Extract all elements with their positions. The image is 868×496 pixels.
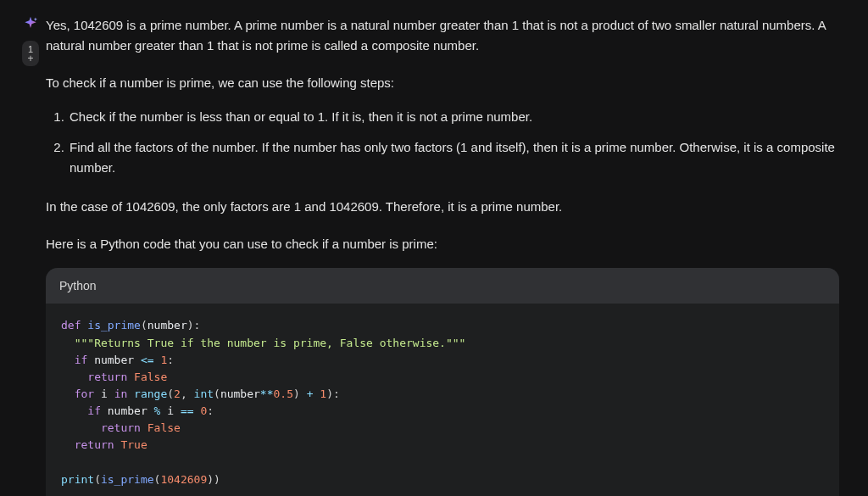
intro-paragraph: Yes, 1042609 is a prime number. A prime … xyxy=(46,15,839,56)
view-drafts-button[interactable]: 1 + xyxy=(22,41,39,66)
steps-intro: To check if a number is prime, we can us… xyxy=(46,73,839,93)
plus-icon: + xyxy=(27,53,33,64)
sparkle-icon xyxy=(22,15,39,32)
code-body: def is_prime(number): """Returns True if… xyxy=(46,304,839,496)
code-block: Python def is_prime(number): """Returns … xyxy=(46,268,839,496)
list-item: Find all the factors of the number. If t… xyxy=(68,137,839,178)
assistant-response: Yes, 1042609 is a prime number. A prime … xyxy=(46,15,848,496)
steps-list: Check if the number is less than or equa… xyxy=(46,107,839,178)
code-intro: Here is a Python code that you can use t… xyxy=(46,234,839,254)
list-item: Check if the number is less than or equa… xyxy=(68,107,839,127)
case-paragraph: In the case of 1042609, the only factors… xyxy=(46,197,839,217)
code-language-label: Python xyxy=(46,268,839,304)
